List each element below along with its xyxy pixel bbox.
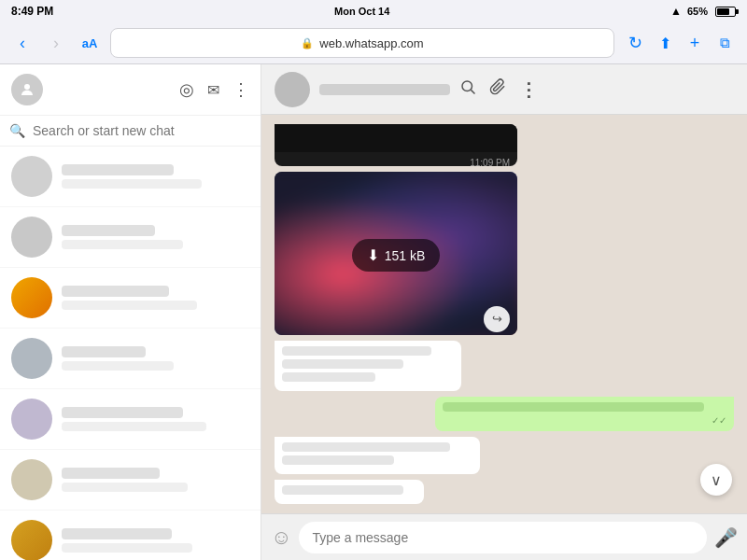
sent-message-bubble: ✓✓ <box>435 397 734 431</box>
media-message-bubble: ⬇ 151 kB ↪ 11:09 PM <box>275 172 517 335</box>
address-bar[interactable]: 🔒 web.whatsapp.com <box>110 28 614 58</box>
message-bubble: 11:09 PM <box>275 124 517 166</box>
sidebar: ◎ ✉ ⋮ 🔍 <box>0 64 261 560</box>
svg-point-0 <box>24 84 30 90</box>
message-input[interactable] <box>299 522 707 553</box>
list-item[interactable] <box>0 329 261 389</box>
chat-input-bar: ☺ 🎤 <box>261 513 747 560</box>
browser-chrome: 8:49 PM Mon Oct 14 ▲ 65% ‹ › aA 🔒 web.wh… <box>0 0 747 64</box>
search-chat-icon[interactable] <box>459 78 476 100</box>
svg-line-2 <box>471 90 474 93</box>
message-bubble <box>275 437 480 474</box>
toolbar-actions: ↻ ⬆ + ⧉ <box>622 30 738 56</box>
share-button[interactable]: ⬆ <box>652 30 678 56</box>
active-chat-avatar[interactable] <box>275 72 310 107</box>
status-indicators: ▲ 65% <box>670 5 736 18</box>
reload-button[interactable]: ↻ <box>622 30 648 56</box>
media-thumbnail[interactable]: ⬇ 151 kB ↪ <box>275 172 517 335</box>
chat-list <box>0 147 261 560</box>
message-time: 11:09 PM <box>282 158 510 166</box>
chat-panel-header: ⋮ <box>261 64 747 115</box>
messages-area: 11:09 PM ⬇ 151 kB ↪ <box>261 115 747 513</box>
search-input[interactable] <box>33 123 251 138</box>
chat-panel: ⋮ 11:09 PM ⬇ <box>261 64 747 560</box>
message-bubble <box>275 480 424 504</box>
url-text: web.whatsapp.com <box>319 36 423 50</box>
new-chat-icon[interactable]: ✉ <box>207 81 219 99</box>
forward-button[interactable]: ↪ <box>484 306 510 332</box>
status-icon[interactable]: ◎ <box>179 79 194 100</box>
list-item[interactable] <box>0 511 261 560</box>
forward-button[interactable]: › <box>43 30 69 56</box>
add-tab-button[interactable]: + <box>682 30 708 56</box>
list-item[interactable] <box>0 207 261 268</box>
forward-icon: ↪ <box>492 312 502 326</box>
list-item[interactable] <box>0 268 261 329</box>
menu-icon[interactable]: ⋮ <box>233 79 249 100</box>
wifi-icon: ▲ <box>670 5 682 18</box>
active-chat-name <box>319 84 450 95</box>
more-options-icon[interactable]: ⋮ <box>519 78 538 101</box>
tabs-button[interactable]: ⧉ <box>712 30 738 56</box>
status-date: Mon Oct 14 <box>334 6 389 17</box>
emoji-button[interactable]: ☺ <box>271 525 291 550</box>
chat-panel-icons: ⋮ <box>459 78 538 101</box>
chevron-down-icon: ∨ <box>711 471 722 489</box>
attach-icon[interactable] <box>489 78 506 100</box>
user-avatar[interactable] <box>11 74 43 105</box>
mic-button[interactable]: 🎤 <box>714 526 738 549</box>
list-item[interactable] <box>0 147 261 207</box>
status-time: 8:49 PM <box>11 5 53 18</box>
download-button[interactable]: ⬇ 151 kB <box>352 239 441 272</box>
back-button[interactable]: ‹ <box>9 30 35 56</box>
reader-mode-button[interactable]: aA <box>77 30 103 56</box>
battery-label: 65% <box>687 6 708 17</box>
list-item[interactable] <box>0 450 261 511</box>
search-bar: 🔍 <box>0 116 261 147</box>
message-bubble <box>275 341 461 391</box>
sidebar-header: ◎ ✉ ⋮ <box>0 64 261 116</box>
list-item[interactable] <box>0 389 261 450</box>
app-container: ◎ ✉ ⋮ 🔍 <box>0 64 747 560</box>
download-arrow-icon: ⬇ <box>367 246 379 264</box>
file-size-label: 151 kB <box>385 248 426 263</box>
sidebar-header-icons: ◎ ✉ ⋮ <box>179 79 249 100</box>
svg-point-1 <box>462 81 472 91</box>
battery-icon <box>715 7 736 17</box>
browser-toolbar: ‹ › aA 🔒 web.whatsapp.com ↻ ⬆ + ⧉ <box>0 22 747 63</box>
scroll-to-bottom-button[interactable]: ∨ <box>700 464 732 496</box>
status-bar: 8:49 PM Mon Oct 14 ▲ 65% <box>0 0 747 22</box>
search-icon: 🔍 <box>9 123 25 138</box>
lock-icon: 🔒 <box>301 37 314 49</box>
